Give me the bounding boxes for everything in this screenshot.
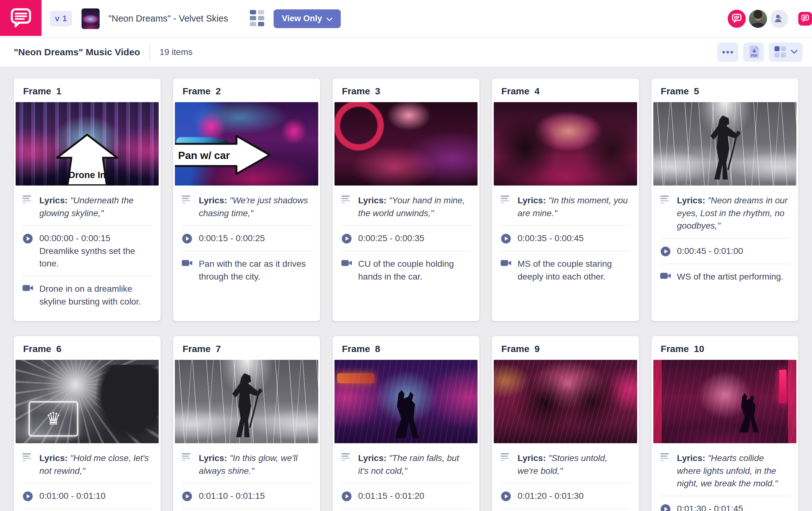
- download-pdf-button[interactable]: PDF: [743, 42, 764, 62]
- timing-row[interactable]: 0:01:15 - 0:01:20: [341, 484, 471, 509]
- frame-card[interactable]: Frame 10 Lyrics: "Hearts collide where l…: [651, 336, 798, 511]
- camera-row[interactable]: WS of the couple dancing in the rain.: [341, 509, 471, 511]
- frame-notes: Lyrics: "Stories untold, we're bold," 0:…: [492, 443, 639, 511]
- frame-card[interactable]: Frame 1 Drone In: [14, 78, 161, 321]
- more-options-button[interactable]: [717, 42, 738, 62]
- frame-card[interactable]: Frame 3 Lyrics: "Your hand in mine, the …: [332, 78, 480, 321]
- frame-card-header: Frame 1: [14, 78, 161, 98]
- lyrics-row[interactable]: Lyrics: "Your hand in mine, the world un…: [341, 188, 471, 225]
- storyboard-content: Frame 1 Drone In: [0, 67, 812, 511]
- comments-button[interactable]: [728, 10, 746, 28]
- lyrics-text: Lyrics: "Your hand in mine, the world un…: [358, 194, 471, 220]
- lyrics-text: Lyrics: "Hold me close, let's not rewind…: [39, 452, 152, 477]
- version-badge[interactable]: v 1: [50, 10, 72, 27]
- timing-text: 0:00:15 - 0:00:25: [199, 232, 265, 245]
- frame-label: Frame: [23, 86, 51, 96]
- timing-row[interactable]: 00:00:00 - 0:00:15 Dreamlike synths set …: [23, 226, 152, 276]
- frame-card[interactable]: Frame 6 Lyrics: "Hold me close, let's no…: [14, 336, 161, 511]
- frame-notes: Lyrics: "The rain falls, but it's not co…: [332, 443, 480, 511]
- frame-image[interactable]: [335, 102, 477, 186]
- frame-image[interactable]: [16, 360, 158, 443]
- messenger-bubble-icon: [801, 15, 809, 23]
- camera-row[interactable]: FS of the artist performing.: [182, 509, 311, 511]
- frame-card[interactable]: Frame 9 Lyrics: "Stories untold, we're b…: [492, 336, 639, 511]
- lyrics-row[interactable]: Lyrics: "Neon dreams in our eyes, Lost i…: [660, 188, 789, 238]
- timing-text: 0:01:20 - 0:01:30: [518, 490, 584, 503]
- frame-label: Frame: [342, 86, 370, 96]
- lyrics-row[interactable]: Lyrics: "Hearts collide where lights unf…: [660, 446, 789, 496]
- lyrics-text: Lyrics: "Hearts collide where lights unf…: [677, 452, 789, 490]
- timing-row[interactable]: 0:01:20 - 0:01:30: [501, 484, 630, 509]
- timing-row[interactable]: 0:00:45 - 0:01:00: [660, 238, 789, 264]
- storyboard-thumbnail[interactable]: [82, 8, 99, 29]
- lyrics-row[interactable]: Lyrics: "The rain falls, but it's not co…: [341, 446, 471, 483]
- frame-card[interactable]: Frame 2 Pan w/ car: [173, 78, 320, 321]
- camera-row[interactable]: MCU of the artist performing.: [23, 509, 152, 511]
- play-icon: [660, 245, 674, 258]
- app-logo[interactable]: [0, 0, 41, 36]
- view-layout-selector[interactable]: [769, 42, 803, 62]
- camera-row[interactable]: Pan with the car as it drives through th…: [182, 251, 311, 289]
- timing-text: 0:00:25 - 0:00:35: [358, 232, 425, 245]
- frame-notes: Lyrics: "Hearts collide where lights unf…: [651, 443, 798, 511]
- timing-row[interactable]: 0:01:30 - 0:01:45: [660, 496, 789, 511]
- frame-image[interactable]: Pan w/ car: [175, 102, 318, 186]
- pdf-download-icon: PDF: [748, 46, 759, 59]
- project-toolbar: "Neon Dreams" Music Video 19 items PDF: [0, 38, 812, 67]
- messenger-widget-button[interactable]: [798, 12, 812, 26]
- items-count: 19 items: [160, 47, 193, 57]
- frame-notes: Lyrics: "Underneath the glowing skyline,…: [14, 186, 161, 314]
- lyrics-row[interactable]: Lyrics: "We're just shadows chasing time…: [182, 188, 311, 225]
- frame-image[interactable]: [494, 360, 637, 443]
- play-icon: [501, 490, 514, 503]
- frame-image[interactable]: [494, 102, 637, 186]
- frame-image[interactable]: Drone In: [16, 102, 158, 186]
- timing-text: 0:01:30 - 0:01:45: [677, 503, 743, 511]
- timing-row[interactable]: 0:00:25 - 0:00:35: [341, 226, 471, 251]
- timing-row[interactable]: 0:01:00 - 0:01:10: [23, 484, 152, 509]
- lyrics-text: Lyrics: "We're just shadows chasing time…: [199, 194, 311, 220]
- camera-row[interactable]: CU of the couple holding hands in the ca…: [341, 251, 471, 289]
- app-header: v 1 "Neon Dreams" - Velvet Skies View On…: [0, 0, 812, 38]
- frame-label: Frame: [501, 86, 529, 96]
- camera-row[interactable]: Drone in on a dreamlike skyline bursting…: [23, 277, 152, 314]
- frame-image[interactable]: [654, 360, 796, 443]
- lyrics-row[interactable]: Lyrics: "In this glow, we'll always shin…: [182, 446, 311, 483]
- lyrics-row[interactable]: Lyrics: "Underneath the glowing skyline,…: [23, 188, 152, 225]
- camera-row[interactable]: MS of the couple staring deeply into eac…: [501, 251, 630, 289]
- camera-row[interactable]: WS of the artist performing.: [660, 264, 789, 289]
- lyrics-row[interactable]: Lyrics: "Hold me close, let's not rewind…: [23, 446, 152, 483]
- timing-row[interactable]: 0:00:15 - 0:00:25: [182, 226, 311, 251]
- timing-text: 0:01:10 - 0:01:15: [199, 490, 265, 503]
- timing-row[interactable]: 0:01:10 - 0:01:15: [182, 484, 311, 509]
- timing-row[interactable]: 0:00:35 - 0:00:45: [501, 226, 630, 251]
- frame-notes: Lyrics: "Neon dreams in our eyes, Lost i…: [651, 186, 798, 289]
- speech-bubble-icon: [10, 7, 32, 29]
- camera-move-annotation: Pan w/ car: [175, 134, 271, 175]
- frame-card[interactable]: Frame 5 Lyrics: "Neon dreams in our eyes…: [651, 78, 798, 321]
- video-camera-icon: [660, 271, 674, 283]
- camera-text: MS of the couple staring deeply into eac…: [518, 258, 630, 283]
- frame-card[interactable]: Frame 7 Lyrics: "In this glow, we'll alw…: [173, 336, 320, 511]
- frame-image[interactable]: [175, 360, 318, 443]
- frame-image[interactable]: [654, 102, 796, 186]
- frame-card-header: Frame 8: [332, 336, 480, 356]
- frame-notes: Lyrics: "Your hand in mine, the world un…: [332, 186, 480, 289]
- project-title: "Neon Dreams" Music Video: [14, 47, 140, 57]
- grid-layout-icon[interactable]: [250, 10, 264, 27]
- lyrics-row[interactable]: Lyrics: "Stories untold, we're bold,": [501, 446, 630, 483]
- view-only-button[interactable]: View Only: [273, 9, 341, 28]
- user-avatar[interactable]: [749, 10, 767, 28]
- frame-label: Frame: [501, 344, 529, 354]
- text-lines-icon: [182, 452, 196, 477]
- text-lines-icon: [341, 194, 355, 220]
- frame-image[interactable]: [335, 360, 477, 443]
- lyrics-row[interactable]: Lyrics: "In this moment, you are mine.": [501, 188, 630, 225]
- frame-card[interactable]: Frame 8 Lyrics: "The rain falls, but it'…: [332, 336, 480, 511]
- play-icon: [660, 503, 674, 511]
- collaborators-button[interactable]: [770, 10, 788, 28]
- camera-move-annotation: Drone In: [55, 133, 119, 186]
- camera-row[interactable]: CU of the couple embracing.: [501, 509, 630, 511]
- text-lines-icon: [660, 452, 674, 490]
- frame-card[interactable]: Frame 4 Lyrics: "In this moment, you are…: [492, 78, 639, 321]
